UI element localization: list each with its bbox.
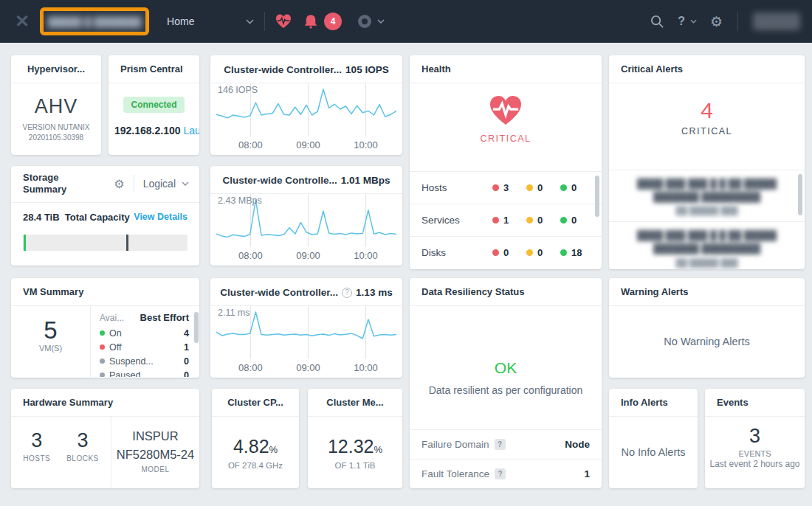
last-event-time: Last event 2 hours ago — [705, 459, 805, 471]
vm-state-row[interactable]: Paused 0 — [100, 368, 189, 377]
chevron-down-icon — [182, 181, 189, 186]
failure-domain-value: Node — [565, 439, 590, 450]
alert-time-redacted: ██ █████ ███ — [625, 258, 788, 267]
card-title: VM Summary — [11, 278, 199, 306]
scrollbar-thumb[interactable] — [194, 312, 199, 343]
x-tick: 08:00 — [238, 250, 263, 261]
events-card: Events 3 EVENTS Last event 2 hours ago — [705, 389, 805, 488]
hardware-model-line2: NF5280M5-24 — [117, 448, 194, 461]
page-selector-label: Home — [167, 15, 194, 27]
resiliency-status: OK — [410, 359, 602, 377]
critical-dot — [492, 184, 499, 191]
alert-list-item[interactable]: ████ ███ ███ █ █ ██ █████ ███████ ██████… — [609, 170, 805, 221]
view-details-link[interactable]: View Details — [134, 212, 187, 223]
card-title: Critical Alerts — [609, 55, 805, 83]
scrollbar-thumb[interactable] — [798, 174, 802, 215]
hardware-summary-card: Hardware Summary 3 HOSTS 3 BLOCKS INSPUR… — [11, 389, 199, 488]
chevron-down-icon — [690, 19, 697, 24]
healthy-dot — [560, 184, 567, 191]
storage-usage-bar — [23, 235, 187, 251]
search-icon[interactable] — [650, 15, 664, 29]
tasks-dropdown[interactable] — [358, 15, 385, 28]
alert-list-item[interactable]: ████ ███ ███ █ █ ██ █████ ███████ ██████… — [609, 221, 805, 269]
chart-current-value: 105 IOPS — [345, 64, 389, 75]
paused-dot — [100, 372, 105, 377]
hardware-model-line1: INSPUR — [132, 429, 178, 443]
data-resiliency-card: Data Resiliency Status OK Data resilient… — [410, 278, 602, 488]
launch-link[interactable]: Laun — [183, 125, 199, 136]
help-tooltip-icon[interactable]: ? — [495, 439, 506, 450]
topbar-right-controls: ? ⚙ — [650, 12, 800, 31]
hosts-count: 3 — [23, 430, 50, 452]
controller-latency-chart-card: Cluster-wide Controller... ? 1.13 ms 2.1… — [210, 278, 402, 378]
x-tick: 08:00 — [238, 362, 263, 373]
alert-text-redacted: ████ ███ ███ █ █ ██ █████ ███████ ██████… — [625, 229, 788, 255]
percent-unit: % — [374, 444, 383, 455]
x-tick: 08:00 — [238, 139, 263, 150]
hypervisor-value: AHV — [11, 95, 101, 118]
no-info-alerts-text: No Info Alerts — [609, 417, 698, 488]
memory-usage-value: 12.32 — [328, 436, 374, 457]
alert-count-badge[interactable]: 4 — [324, 13, 342, 30]
health-heart-icon[interactable] — [275, 14, 292, 29]
blocks-label: BLOCKS — [66, 454, 99, 462]
top-navigation-bar: ✕ █████ █ ███████ Home 4 — [0, 0, 812, 43]
resiliency-description: Data resilient as per configuration — [410, 384, 602, 396]
events-count: 3 — [705, 426, 805, 448]
x-tick: 10:00 — [354, 250, 378, 261]
help-icon: ? — [678, 15, 685, 28]
vm-state-row[interactable]: On 4 — [100, 326, 189, 340]
vm-state-row[interactable]: Off 1 — [100, 340, 189, 354]
vm-state-row[interactable]: Suspend... 0 — [100, 354, 189, 368]
help-menu[interactable]: ? — [678, 15, 697, 28]
health-row-disks[interactable]: Disks 0 0 18 — [410, 236, 602, 268]
chart-current-value: 1.13 ms — [356, 287, 393, 298]
card-title: Health — [410, 55, 602, 83]
alerts-bell-icon[interactable] — [303, 14, 318, 29]
settings-gear-icon[interactable]: ⚙ — [710, 15, 723, 29]
info-alerts-card: Info Alerts No Info Alerts — [609, 389, 698, 488]
chart-title: Cluster-wide Controller... — [224, 64, 342, 75]
divider — [737, 12, 738, 31]
chevron-down-icon — [246, 19, 254, 24]
chevron-down-icon — [377, 19, 385, 24]
blocks-count: 3 — [66, 430, 99, 452]
x-tick: 09:00 — [296, 139, 320, 150]
health-row-hosts[interactable]: Hosts 3 0 0 — [410, 171, 602, 204]
page-selector-dropdown[interactable]: Home — [167, 15, 254, 27]
chart-y-max-label: 2.11 ms — [218, 308, 250, 318]
cluster-name-dropdown[interactable]: █████ █ ███████ — [40, 7, 149, 35]
cpu-capacity-label: OF 278.4 GHz — [212, 461, 299, 470]
nutanix-logo: ✕ — [15, 13, 30, 30]
card-title: Info Alerts — [609, 389, 698, 417]
card-title: Cluster Me... — [308, 389, 402, 417]
help-tooltip-icon[interactable]: ? — [495, 468, 506, 479]
fault-tolerance-value: 1 — [584, 468, 590, 479]
health-heart-icon — [489, 95, 523, 126]
help-tooltip-icon[interactable]: ? — [342, 288, 352, 298]
x-tick: 09:00 — [296, 250, 320, 261]
warning-dot — [526, 217, 533, 223]
health-row-services[interactable]: Services 1 0 0 — [410, 204, 602, 236]
divider — [134, 175, 134, 193]
fault-tolerance-row: Fault Tolerance? 1 — [410, 459, 602, 488]
vm-availability-column: Avai... — [100, 313, 124, 323]
warning-alerts-card: Warning Alerts No Warning Alerts — [609, 278, 805, 378]
tasks-ring-icon — [358, 15, 371, 28]
total-capacity-label: Total Capacity — [65, 212, 130, 223]
failure-domain-row: Failure Domain? Node — [410, 429, 602, 459]
x-tick: 09:00 — [296, 362, 320, 373]
x-tick: 10:00 — [354, 139, 378, 150]
widget-settings-gear-icon[interactable]: ⚙ — [114, 177, 124, 191]
alert-text-redacted: ████ ███ ███ █ █ ██ █████ ███████ ██████… — [625, 177, 788, 204]
scrollbar-thumb[interactable] — [595, 176, 599, 217]
vm-best-effort-column: Best Effort — [140, 312, 189, 323]
vm-count: 5 — [11, 318, 90, 344]
divider — [264, 12, 265, 31]
warning-dot — [526, 249, 533, 256]
storage-mode-dropdown[interactable]: Logical — [143, 178, 189, 190]
storage-summary-card: Storage Summary ⚙ Logical 28.4 TiB Total… — [11, 166, 199, 266]
off-dot — [100, 344, 105, 350]
user-menu-redacted[interactable] — [753, 13, 800, 30]
card-title: Warning Alerts — [609, 278, 805, 306]
